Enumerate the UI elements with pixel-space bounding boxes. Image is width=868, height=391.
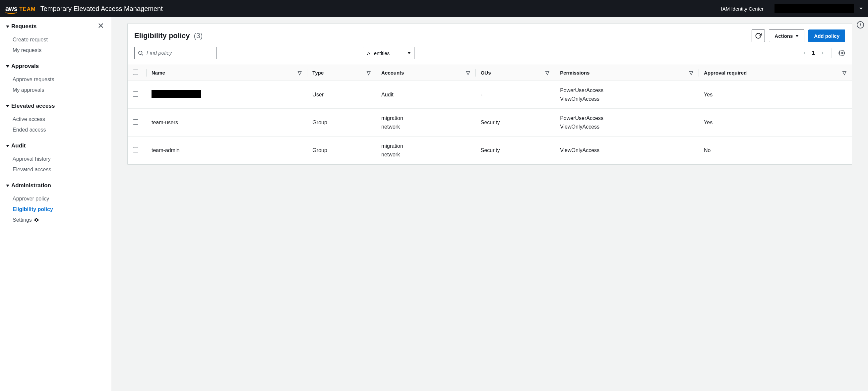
col-ous: OUs▽ (475, 65, 555, 81)
toolbar: All entities 1 (128, 47, 852, 65)
chevron-down-icon (6, 26, 9, 28)
account-redacted (775, 4, 854, 13)
info-icon[interactable]: i (857, 21, 864, 29)
nav-group: AdministrationApprover policyEligibility… (6, 181, 103, 225)
row-checkbox[interactable] (133, 92, 138, 97)
sidebar-item[interactable]: Eligibility policy (6, 204, 103, 215)
cell-type: Group (307, 109, 376, 136)
sidebar-item-label: Settings (12, 217, 32, 223)
panel-header: Eligibility policy (3) Actions Add polic… (128, 24, 852, 47)
chevron-down-icon (6, 145, 9, 147)
sidebar-item[interactable]: Approver policy (6, 194, 103, 204)
sidebar-item-label: My approvals (12, 87, 44, 93)
nav-group-label: Requests (11, 23, 37, 30)
sort-icon[interactable]: ▽ (466, 70, 470, 76)
svg-line-1 (142, 54, 143, 55)
nav-group-header[interactable]: Requests (6, 22, 103, 31)
cell-type: Group (307, 136, 376, 164)
add-policy-label: Add policy (814, 33, 839, 39)
sidebar-item[interactable]: Elevated access (6, 164, 103, 175)
sidebar-item[interactable]: My approvals (6, 85, 103, 95)
row-checkbox[interactable] (133, 119, 138, 125)
search-box (134, 47, 358, 59)
cell-accounts: migrationnetwork (376, 109, 475, 136)
cell-accounts: migrationnetwork (376, 136, 475, 164)
cell-name: team-admin (146, 136, 307, 164)
actions-button[interactable]: Actions (769, 30, 804, 42)
table-settings-button[interactable] (838, 50, 845, 56)
logo[interactable]: aws TEAM (5, 5, 36, 12)
cell-permissions: ViewOnlyAccess (555, 136, 699, 164)
cell-ous: Security (475, 136, 555, 164)
entity-filter-select[interactable]: All entities (363, 47, 414, 59)
page-number: 1 (812, 50, 815, 56)
cell-name (146, 81, 307, 109)
nav-group-header[interactable]: Approvals (6, 62, 103, 71)
actions-label: Actions (775, 33, 793, 39)
row-checkbox[interactable] (133, 147, 138, 153)
refresh-button[interactable] (752, 30, 765, 42)
nav-group: ApprovalsApprove requestsMy approvals (6, 62, 103, 95)
nav-group-label: Approvals (11, 63, 39, 70)
cell-name: team-users (146, 109, 307, 136)
nav-group-label: Audit (11, 142, 26, 149)
sidebar-item[interactable]: Active access (6, 114, 103, 125)
nav-group-header[interactable]: Audit (6, 141, 103, 151)
sidebar-item-label: Approve requests (12, 76, 54, 83)
nav-group: RequestsCreate requestMy requests (6, 22, 103, 56)
select-all-checkbox[interactable] (133, 70, 138, 75)
panel-title: Eligibility policy (134, 31, 190, 40)
policy-table: Name▽ Type▽ Accounts▽ OUs▽ Permissions▽ … (128, 65, 852, 164)
chevron-down-icon (407, 52, 411, 54)
main-content: i Eligibility policy (3) Actions Add pol… (112, 17, 868, 391)
sidebar-item[interactable]: My requests (6, 45, 103, 56)
sidebar-item-label: Approver policy (12, 196, 49, 202)
divider (769, 5, 769, 12)
sort-icon[interactable]: ▽ (842, 70, 846, 76)
logo-team: TEAM (19, 6, 35, 12)
sidebar-item[interactable]: Approve requests (6, 74, 103, 85)
table-row: team-usersGroupmigrationnetworkSecurityP… (128, 109, 852, 136)
cell-permissions: PowerUserAccessViewOnlyAccess (555, 81, 699, 109)
sidebar-item-label: Eligibility policy (12, 206, 53, 213)
cell-approval: Yes (699, 81, 852, 109)
top-bar: aws TEAM Temporary Elevated Access Manag… (0, 0, 868, 17)
cell-permissions: PowerUserAccessViewOnlyAccess (555, 109, 699, 136)
svg-point-2 (841, 52, 843, 54)
close-icon[interactable]: ✕ (97, 22, 104, 30)
add-policy-button[interactable]: Add policy (808, 30, 845, 42)
nav-group-header[interactable]: Administration (6, 181, 103, 190)
sidebar-item[interactable]: Create request (6, 34, 103, 45)
sort-icon[interactable]: ▽ (689, 70, 693, 76)
sidebar-item[interactable]: Settings (6, 215, 103, 225)
cell-type: User (307, 81, 376, 109)
chevron-down-icon (796, 35, 799, 37)
sidebar-item[interactable]: Approval history (6, 154, 103, 164)
sidebar-item-label: Create request (12, 37, 48, 43)
gear-icon (838, 50, 845, 56)
cell-ous: Security (475, 109, 555, 136)
prev-page-icon[interactable] (802, 50, 807, 56)
sidebar-item-label: Active access (12, 116, 45, 122)
col-permissions: Permissions▽ (555, 65, 699, 81)
chevron-down-icon (6, 105, 9, 107)
sort-icon[interactable]: ▽ (367, 70, 371, 76)
sort-icon[interactable]: ▽ (546, 70, 549, 76)
cell-accounts: Audit (376, 81, 475, 109)
sort-icon[interactable]: ▽ (298, 70, 302, 76)
col-type: Type▽ (307, 65, 376, 81)
nav-group-header[interactable]: Elevated access (6, 101, 103, 111)
redacted-name (152, 90, 201, 98)
chevron-down-icon (6, 185, 9, 187)
account-dropdown-icon[interactable] (859, 8, 863, 10)
next-page-icon[interactable] (820, 50, 825, 56)
eligibility-policy-panel: Eligibility policy (3) Actions Add polic… (127, 23, 852, 165)
col-approval: Approval required▽ (699, 65, 852, 81)
iam-identity-center-link[interactable]: IAM Identity Center (721, 6, 764, 11)
sidebar-item[interactable]: Ended access (6, 125, 103, 135)
sidebar-item-label: Approval history (12, 156, 51, 162)
search-input[interactable] (134, 47, 217, 59)
chevron-down-icon (6, 65, 9, 68)
logo-aws: aws (5, 5, 17, 12)
nav-group-label: Elevated access (11, 103, 55, 109)
